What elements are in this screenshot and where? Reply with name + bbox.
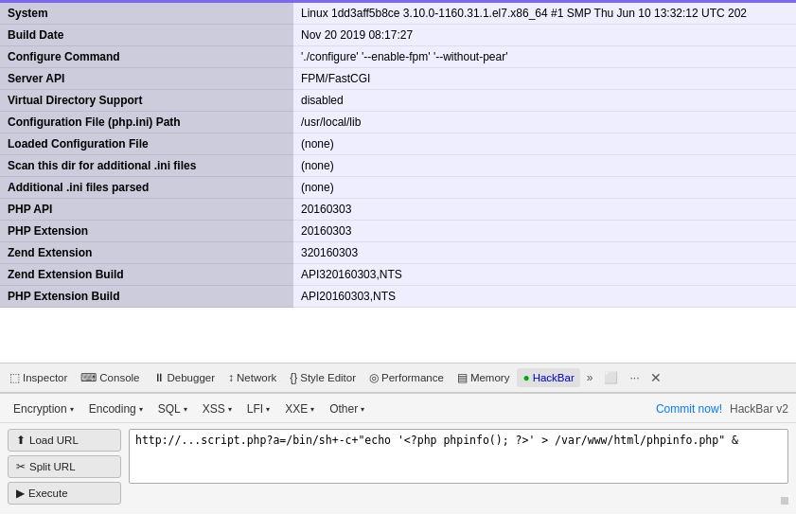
hackbar-load-url-button[interactable]: ⬆Load URL [8,429,121,452]
hackbar-menu-encryption-label: Encryption [13,402,67,416]
hackbar-execute-button[interactable]: ▶Execute [8,482,121,505]
content-area: SystemLinux 1dd3aff5b8ce 3.10.0-1160.31.… [0,3,796,363]
hackbar-url-input[interactable] [129,429,788,484]
debugger-label: Debugger [168,372,216,383]
hackbar-menu-lfi[interactable]: LFI▾ [241,399,275,418]
table-cell-value: (none) [293,177,796,199]
php-info-table: SystemLinux 1dd3aff5b8ce 3.10.0-1160.31.… [0,3,796,308]
hackbar-menu-other-arrow: ▾ [361,405,364,414]
hackbar-version-label: HackBar v2 [730,402,788,416]
table-cell-label: Configure Command [0,46,293,68]
devtools-menu-button[interactable]: ··· [625,368,644,387]
table-row: Configure Command'./configure' '--enable… [0,46,796,68]
devtools-tab-network[interactable]: ↕Network [222,368,282,387]
hackbar-split-url-button[interactable]: ✂Split URL [8,455,121,478]
table-cell-label: PHP Extension Build [0,286,293,308]
hackbar-icon: ● [522,371,529,384]
load-url-label: Load URL [29,434,79,446]
table-cell-value: disabled [293,90,796,112]
devtools-close-button[interactable]: ✕ [646,368,666,387]
hackbar-menu-xxe-arrow: ▾ [310,405,314,414]
style-editor-label: Style Editor [300,372,356,383]
hackbar-menu-other[interactable]: Other▾ [324,399,370,418]
execute-icon: ▶ [16,487,25,500]
table-cell-label: Loaded Configuration File [0,133,293,155]
debugger-icon: ⏸ [153,371,165,384]
table-row: Loaded Configuration File(none) [0,133,796,155]
devtools-tab-memory[interactable]: ▤Memory [451,368,516,387]
network-label: Network [237,372,276,383]
devtools-toolbar: ⬚Inspector⌨Console⏸Debugger↕Network{}Sty… [0,363,796,393]
devtools-tab-hackbar[interactable]: ●HackBar [517,368,579,387]
performance-icon: ◎ [369,371,379,384]
hackbar-menu-encoding[interactable]: Encoding▾ [83,399,149,418]
inspector-label: Inspector [23,372,67,383]
devtools-tab-console[interactable]: ⌨Console [75,368,145,387]
table-cell-label: Zend Extension [0,242,293,264]
split-url-label: Split URL [29,461,76,472]
console-label: Console [99,372,139,383]
table-row: PHP Extension BuildAPI20160303,NTS [0,286,796,308]
hackbar-url-area [129,429,788,505]
table-cell-value: (none) [293,133,796,155]
load-url-icon: ⬆ [16,434,26,447]
hackbar-menu-sql-arrow: ▾ [184,405,187,414]
console-icon: ⌨ [80,371,97,384]
table-cell-value: 20160303 [293,199,796,221]
hackbar-menu-xss[interactable]: XSS▾ [197,399,238,418]
table-row: Server APIFPM/FastCGI [0,68,796,90]
table-row: PHP Extension20160303 [0,221,796,242]
hackbar-menu-sql-label: SQL [158,402,181,416]
performance-label: Performance [381,372,444,383]
table-row: Configuration File (php.ini) Path/usr/lo… [0,112,796,133]
hackbar-menu-lfi-arrow: ▾ [266,405,270,414]
devtools-tab-debugger[interactable]: ⏸Debugger [148,368,221,387]
hackbar-menu-encoding-label: Encoding [89,402,136,416]
hackbar-menu-xxe[interactable]: XXE▾ [279,399,320,418]
table-cell-value: /usr/local/lib [293,112,796,133]
devtools-more-button[interactable]: » [582,368,598,387]
hackbar-menu-other-label: Other [329,402,358,416]
hackbar-buttons-col: ⬆Load URL✂Split URL▶Execute [8,429,121,505]
table-cell-label: System [0,3,293,25]
table-row: Build DateNov 20 2019 08:17:27 [0,25,796,46]
hackbar-menu-sql[interactable]: SQL▾ [152,399,193,418]
hackbar-commit-label[interactable]: Commit now! [656,402,722,416]
table-cell-value: Nov 20 2019 08:17:27 [293,25,796,46]
network-icon: ↕ [228,371,234,384]
table-cell-label: Scan this dir for additional .ini files [0,155,293,177]
inspector-icon: ⬚ [9,371,20,384]
table-cell-label: PHP Extension [0,221,293,242]
hackbar-menu-encryption[interactable]: Encryption▾ [8,399,80,418]
hackbar-main: ⬆Load URL✂Split URL▶Execute [0,423,796,510]
devtools-tab-inspector[interactable]: ⬚Inspector [4,368,73,387]
table-cell-value: './configure' '--enable-fpm' '--without-… [293,46,796,68]
table-cell-label: Virtual Directory Support [0,90,293,112]
split-url-icon: ✂ [16,460,26,473]
table-row: Zend Extension320160303 [0,242,796,264]
table-cell-value: API20160303,NTS [293,286,796,308]
resize-handle[interactable] [781,497,788,505]
memory-label: Memory [470,372,510,383]
execute-label: Execute [28,488,68,499]
table-row: Additional .ini files parsed(none) [0,177,796,199]
devtools-tab-performance[interactable]: ◎Performance [363,368,450,387]
style-editor-icon: {} [290,371,297,384]
table-cell-label: Configuration File (php.ini) Path [0,112,293,133]
app-container: SystemLinux 1dd3aff5b8ce 3.10.0-1160.31.… [0,0,796,532]
devtools-tab-style-editor[interactable]: {}Style Editor [284,368,362,387]
memory-icon: ▤ [457,371,468,384]
hackbar-menu-encoding-arrow: ▾ [139,405,143,414]
hackbar-menu-row: Encryption▾Encoding▾SQL▾XSS▾LFI▾XXE▾Othe… [0,398,796,423]
hackbar-panel: Encryption▾Encoding▾SQL▾XSS▾LFI▾XXE▾Othe… [0,393,796,514]
table-row: Virtual Directory Supportdisabled [0,90,796,112]
table-row: PHP API20160303 [0,199,796,221]
table-cell-value: 320160303 [293,242,796,264]
hackbar-menu-xss-label: XSS [203,402,225,416]
table-cell-label: Server API [0,68,293,90]
devtools-new-tab-button[interactable]: ⬜ [599,368,623,387]
table-row: SystemLinux 1dd3aff5b8ce 3.10.0-1160.31.… [0,3,796,25]
table-cell-value: FPM/FastCGI [293,68,796,90]
hackbar-menu-xxe-label: XXE [285,402,308,416]
hackbar-label: HackBar [533,372,575,383]
